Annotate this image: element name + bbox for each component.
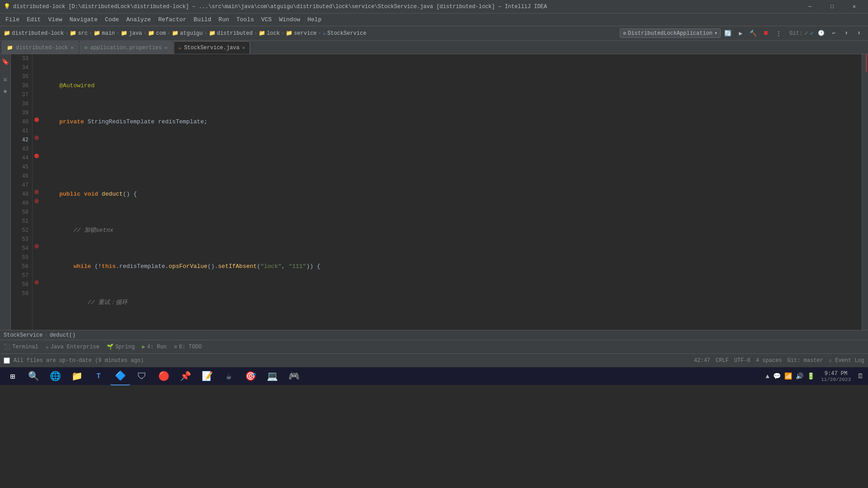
game-icon: 🎮 <box>288 371 300 382</box>
taskbar-java[interactable]: ☕ <box>219 367 239 385</box>
tab-close-stock[interactable]: ✕ <box>242 45 245 51</box>
taskbar-app2[interactable]: 🔴 <box>154 367 174 385</box>
menu-code[interactable]: Code <box>101 15 123 24</box>
method-crumb-label[interactable]: deduct() <box>50 332 76 338</box>
crumb-atguigu[interactable]: 📁 atguigu <box>172 30 203 37</box>
taskbar-explorer[interactable]: 📁 <box>67 367 87 385</box>
git-branch[interactable]: Git: master <box>788 357 823 364</box>
cursor-position[interactable]: 42:47 <box>694 357 710 364</box>
system-clock[interactable]: 9:47 PM 11/20/2023 <box>817 371 854 382</box>
menu-tools[interactable]: Tools <box>233 15 258 24</box>
git-history-button[interactable]: 🕐 <box>816 28 826 39</box>
tab-close-props[interactable]: ✕ <box>165 45 168 51</box>
menu-file[interactable]: File <box>2 15 23 24</box>
crumb-lock[interactable]: 📁 lock <box>259 30 280 37</box>
explorer-icon: 📁 <box>71 371 83 382</box>
taskbar-browser[interactable]: 🌐 <box>45 367 65 385</box>
menu-help[interactable]: Help <box>304 15 325 24</box>
close-button[interactable]: ✕ <box>844 0 864 14</box>
menu-build[interactable]: Build <box>190 15 215 24</box>
crumb-main[interactable]: 📁 main <box>94 30 115 37</box>
editor-scrollbar[interactable] <box>862 54 868 330</box>
run-tab[interactable]: ▶ 4: Run <box>142 343 166 350</box>
menu-edit[interactable]: Edit <box>23 15 44 24</box>
todo-label: 6: TODO <box>179 344 202 350</box>
menubar: File Edit View Navigate Code Analyze Ref… <box>0 14 868 26</box>
sep: › <box>116 30 119 37</box>
window-title: distributed-lock [D:\distributedLock\dis… <box>13 4 800 10</box>
taskbar-app3[interactable]: 📌 <box>175 367 195 385</box>
tab-stockservice[interactable]: ☕ StockService.java ✕ <box>174 41 250 54</box>
start-button[interactable]: ⊞ <box>4 367 22 385</box>
tray-msg-icon[interactable]: 💬 <box>772 371 782 381</box>
tray-network-icon[interactable]: 📶 <box>783 371 793 381</box>
menu-refactor[interactable]: Refactor <box>155 15 190 24</box>
menu-vcs[interactable]: VCS <box>258 15 275 24</box>
event-log-label[interactable]: ⚠ Event Log <box>829 357 864 364</box>
bookmark-icon[interactable]: 🔖 <box>1 58 9 66</box>
todo-tab[interactable]: ≡ 6: TODO <box>174 344 202 350</box>
spring-tab[interactable]: 🌱 Spring <box>107 343 135 350</box>
menu-navigate[interactable]: Navigate <box>66 15 101 24</box>
taskbar-intellij[interactable]: 🔷 <box>110 367 130 385</box>
app-icon: 💡 <box>4 3 10 10</box>
taskbar-terminal[interactable]: 💻 <box>262 367 282 385</box>
crumb-class[interactable]: ☕ StockService <box>323 30 367 37</box>
structure-icon[interactable]: ≡ <box>3 76 7 84</box>
menu-run[interactable]: Run <box>215 15 232 24</box>
java-enterprise-tab[interactable]: ☕ Java Enterprise <box>46 343 99 350</box>
encoding[interactable]: UTF-8 <box>734 357 750 364</box>
taskbar-app5[interactable]: 🎯 <box>241 367 260 385</box>
git-rollback-button[interactable]: ↩ <box>828 28 839 39</box>
taskbar-app1[interactable]: 🛡 <box>132 367 152 385</box>
git-push-button[interactable]: ⬆ <box>841 28 852 39</box>
terminal-panel-tab[interactable]: ⬛ Terminal <box>4 343 38 350</box>
crumb-java[interactable]: 📁 java <box>121 30 142 37</box>
code-line-34: private StringRedisTemplate redisTemplat… <box>45 117 862 127</box>
class-crumb[interactable]: StockService <box>4 332 42 338</box>
breakpoint-38 <box>34 117 39 122</box>
crumb-com[interactable]: 📁 com <box>148 30 166 37</box>
crumb-src[interactable]: 📁 src <box>70 30 88 37</box>
tab-properties[interactable]: ⚙ application.properties ✕ <box>80 41 173 54</box>
minimize-button[interactable]: ─ <box>800 0 820 14</box>
crumb-label: main <box>102 30 115 37</box>
stop-button[interactable]: ⏹ <box>760 28 771 39</box>
tray-volume-icon[interactable]: 🔊 <box>795 371 804 381</box>
ln-41: 41 <box>11 127 28 136</box>
notification-button[interactable]: 🗓 <box>856 372 864 381</box>
code-editor[interactable]: @Autowired private StringRedisTemplate r… <box>42 54 862 330</box>
taskbar-notepad[interactable]: 📝 <box>197 367 217 385</box>
more-button[interactable]: ⋮ <box>773 28 784 39</box>
line-ending[interactable]: CRLF <box>716 357 729 364</box>
taskbar-typora[interactable]: T <box>89 367 108 385</box>
ln-57: 57 <box>11 271 28 280</box>
tab-project[interactable]: 📁 distributed-lock ✕ <box>2 41 79 54</box>
files-checkbox[interactable] <box>4 357 10 364</box>
debug-button[interactable]: ▶ <box>735 28 746 39</box>
build-button[interactable]: 🔨 <box>748 28 759 39</box>
crumb-project[interactable]: 📁 distributed-lock <box>4 30 64 37</box>
git-pull-button[interactable]: ⬇ <box>854 28 864 39</box>
menu-view[interactable]: View <box>44 15 66 24</box>
crumb-sep: › <box>44 332 47 338</box>
run-button[interactable]: 🔄 <box>722 28 733 39</box>
tray-up-arrow[interactable]: ▲ <box>765 372 770 381</box>
tab-close-project[interactable]: ✕ <box>71 45 74 51</box>
menu-analyze[interactable]: Analyze <box>123 15 155 24</box>
hierarchy-icon[interactable]: ◈ <box>3 87 7 95</box>
menu-window[interactable]: Window <box>275 15 304 24</box>
run-config-selector[interactable]: ⚙ DistributedLockApplication ▾ <box>620 28 721 38</box>
indent[interactable]: 4 spaces <box>756 357 782 364</box>
todo-icon: ≡ <box>174 344 177 350</box>
crumb-distributed[interactable]: 📁 distributed <box>209 30 253 37</box>
crumb-service[interactable]: 📁 service <box>286 30 316 37</box>
crumb-label: service <box>294 30 316 37</box>
ln-58: 58 <box>11 280 28 289</box>
maximize-button[interactable]: □ <box>822 0 842 14</box>
taskbar-app6[interactable]: 🎮 <box>284 367 304 385</box>
statusbar-left: All files are up-to-date (9 minutes ago) <box>4 357 144 364</box>
ln-59: 59 <box>11 289 28 298</box>
taskbar-search[interactable]: 🔍 <box>24 367 43 385</box>
tray-battery-icon[interactable]: 🔋 <box>806 371 816 381</box>
